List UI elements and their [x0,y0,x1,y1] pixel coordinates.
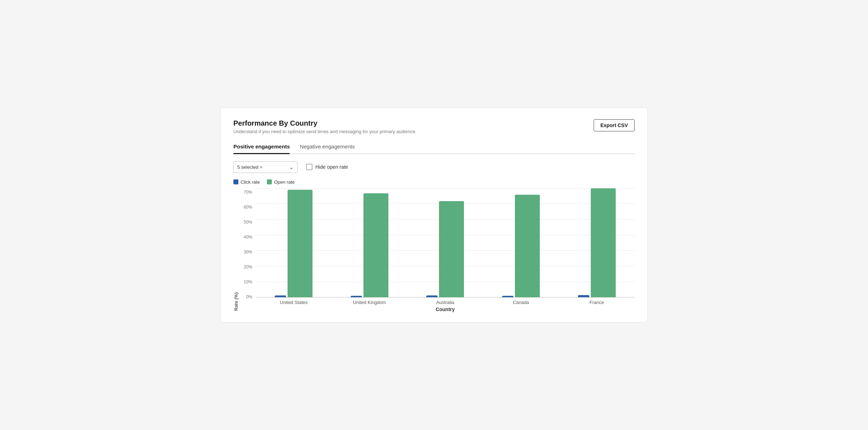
bar-group [332,193,408,298]
y-axis-label: 50% [244,220,252,225]
y-axis-label: 60% [244,205,252,210]
tab-positive-engagements[interactable]: Positive engagements [233,143,290,154]
click-rate-bar [351,296,362,298]
y-axis-label: 0% [246,294,252,299]
bar-group [559,188,635,297]
header-text: Performance By Country Understand if you… [233,119,417,141]
click-rate-color [233,179,238,184]
hide-open-rate-checkbox[interactable] [306,164,312,170]
x-axis-label: France [559,300,635,305]
x-axis-label: United Kingdom [332,300,408,305]
tabs-row: Positive engagements Negative engagement… [233,143,635,154]
clear-selection-button[interactable]: × [260,164,263,170]
x-axis-label: Canada [483,300,559,305]
x-axis-label: United States [256,300,332,305]
selected-count: 5 selected × [237,164,263,170]
bar-group [407,201,483,297]
y-axis-label: 40% [244,235,252,240]
country-select[interactable]: 5 selected × ⌄ [233,161,298,173]
y-axis-label: 20% [244,264,252,269]
chart-inner: United StatesUnited KingdomAustraliaCana… [256,188,635,312]
open-rate-bar [439,201,464,297]
click-rate-bar [426,295,438,297]
card-title: Performance By Country [233,119,417,127]
y-axis-label: 70% [244,190,252,195]
open-rate-bar [288,190,312,297]
chart-legend: Click rate Open rate [233,179,635,185]
header-row: Performance By Country Understand if you… [233,119,635,141]
open-rate-bar [591,188,616,297]
tab-negative-engagements[interactable]: Negative engagements [300,143,355,154]
x-axis-title: Country [256,306,635,312]
chart-area: Rate (%) 70%60%50%40%30%20%10%0% United … [233,188,635,312]
x-labels: United StatesUnited KingdomAustraliaCana… [256,300,635,305]
open-rate-bar [515,195,540,297]
controls-row: 5 selected × ⌄ Hide open rate [233,161,635,173]
legend-open-rate: Open rate [267,179,295,185]
card-subtitle: Understand if you need to optimize send … [233,129,417,134]
y-axis-label: 10% [244,279,252,284]
bar-group [256,190,332,297]
click-rate-bar [578,295,589,297]
bar-group [483,195,559,297]
click-rate-bar [502,296,513,297]
bars-container [256,188,635,298]
legend-click-rate: Click rate [233,179,260,185]
hide-open-rate-label[interactable]: Hide open rate [306,164,348,170]
x-axis-label: Australia [407,300,483,305]
export-csv-button[interactable]: Export CSV [594,119,635,131]
open-rate-color [267,179,272,184]
chevron-down-icon: ⌄ [289,164,294,171]
performance-by-country-card: Performance By Country Understand if you… [220,108,648,322]
click-rate-bar [275,295,286,297]
open-rate-bar [363,193,388,298]
y-axis-title: Rate (%) [233,188,239,312]
y-axis: 70%60%50%40%30%20%10%0% [239,188,256,312]
y-axis-label: 30% [244,250,252,255]
